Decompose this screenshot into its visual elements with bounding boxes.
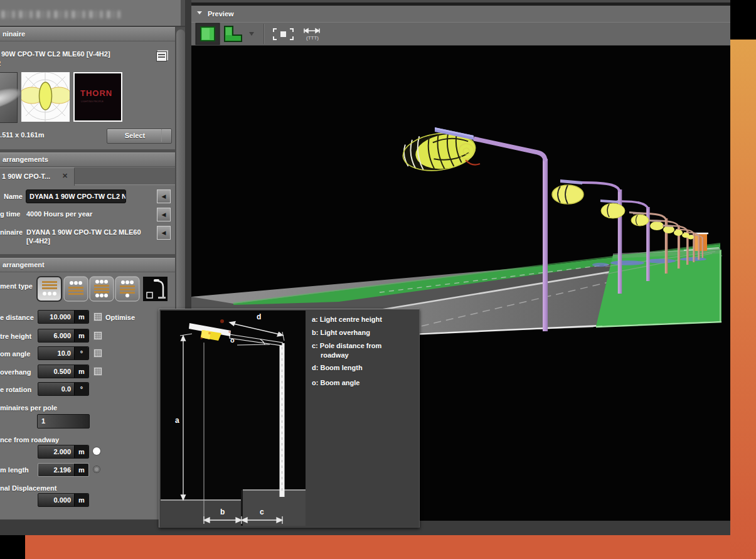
svg-text:d: d	[257, 312, 261, 321]
svg-text:b: b	[220, 508, 225, 516]
svg-text:(TTT): (TTT)	[306, 35, 319, 41]
svg-text:o: o	[230, 336, 235, 344]
svg-text:a: a	[175, 416, 179, 425]
svg-text:c: c	[260, 508, 264, 516]
